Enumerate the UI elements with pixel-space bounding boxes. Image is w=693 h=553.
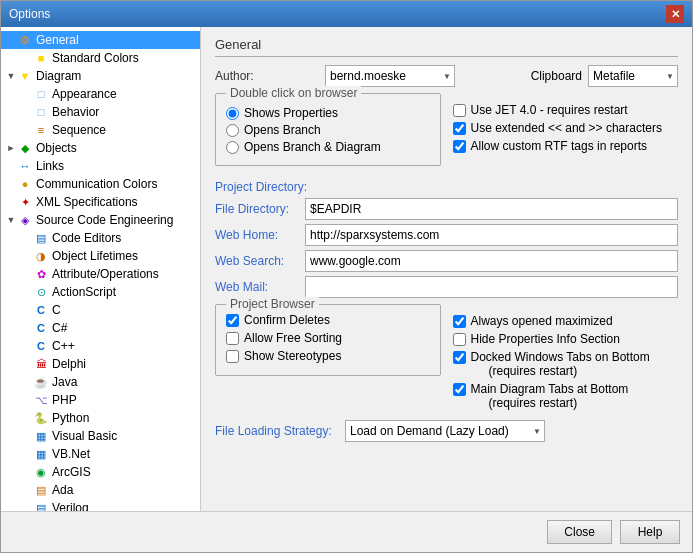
file-dir-row: File Directory:	[215, 198, 678, 220]
sidebar-label-attr-operations: Attribute/Operations	[52, 267, 159, 281]
sidebar-item-python[interactable]: 🐍 Python	[1, 409, 200, 427]
help-button[interactable]: Help	[620, 520, 680, 544]
confirm-deletes-checkbox[interactable]	[226, 314, 239, 327]
sidebar-label-verilog: Verilog	[52, 501, 89, 511]
icon-attr-operations: ✿	[33, 266, 49, 282]
sidebar-item-general[interactable]: ⚙ General	[1, 31, 200, 49]
tree-toggle-vbnet	[21, 448, 33, 460]
sidebar-item-objects[interactable]: ► ◆ Objects	[1, 139, 200, 157]
icon-java: ☕	[33, 374, 49, 390]
always-maximized-checkbox[interactable]	[453, 315, 466, 328]
sidebar-label-actionscript: ActionScript	[52, 285, 116, 299]
radio-branch-label: Opens Branch	[244, 123, 321, 137]
sidebar-item-sequence[interactable]: ≡ Sequence	[1, 121, 200, 139]
title-bar: Options ✕	[1, 1, 692, 27]
radio-shows-properties[interactable]	[226, 107, 239, 120]
tree-toggle-arcgis	[21, 466, 33, 478]
icon-cpp: C	[33, 338, 49, 354]
sidebar-item-links[interactable]: ↔ Links	[1, 157, 200, 175]
sidebar-item-vbnet[interactable]: ▦ VB.Net	[1, 445, 200, 463]
radio-opens-branch-diagram[interactable]	[226, 141, 239, 154]
double-click-group: Double click on browser Shows Properties…	[215, 93, 441, 166]
tree-toggle-ada	[21, 484, 33, 496]
icon-xml-specifications: ✦	[17, 194, 33, 210]
sidebar-item-visual-basic[interactable]: ▦ Visual Basic	[1, 427, 200, 445]
file-loading-label: File Loading Strategy:	[215, 424, 345, 438]
double-click-title: Double click on browser	[226, 86, 361, 100]
sidebar-label-diagram: Diagram	[36, 69, 81, 83]
sidebar-item-arcgis[interactable]: ◉ ArcGIS	[1, 463, 200, 481]
icon-appearance: □	[33, 86, 49, 102]
icon-php: ⌥	[33, 392, 49, 408]
sidebar-item-attr-operations[interactable]: ✿ Attribute/Operations	[1, 265, 200, 283]
icon-vbnet: ▦	[33, 446, 49, 462]
dialog-footer: Close Help	[1, 511, 692, 552]
sidebar-item-behavior[interactable]: □ Behavior	[1, 103, 200, 121]
double-click-col: Double click on browser Shows Properties…	[215, 93, 441, 174]
tree-toggle-appearance	[21, 88, 33, 100]
icon-communication-colors: ●	[17, 176, 33, 192]
tree-toggle-verilog	[21, 502, 33, 511]
sidebar-item-source-code[interactable]: ▼ ◈ Source Code Engineering	[1, 211, 200, 229]
tree-toggle-source-code: ▼	[5, 214, 17, 226]
sidebar-item-c[interactable]: C C	[1, 301, 200, 319]
free-sorting-checkbox[interactable]	[226, 332, 239, 345]
top-two-col: Double click on browser Shows Properties…	[215, 93, 678, 174]
project-browser-section: Project Browser Confirm Deletes Allow Fr…	[215, 304, 678, 414]
icon-arcgis: ◉	[33, 464, 49, 480]
clipboard-select[interactable]: Metafile Bitmap	[588, 65, 678, 87]
sidebar-item-object-lifetimes[interactable]: ◑ Object Lifetimes	[1, 247, 200, 265]
web-search-input[interactable]	[305, 250, 678, 272]
close-window-button[interactable]: ✕	[666, 5, 684, 23]
icon-standard-colors: ■	[33, 50, 49, 66]
tree-toggle-java	[21, 376, 33, 388]
sidebar-item-xml-specifications[interactable]: ✦ XML Specifications	[1, 193, 200, 211]
sidebar-item-diagram[interactable]: ▼ ▼ Diagram	[1, 67, 200, 85]
sidebar-item-standard-colors[interactable]: ■ Standard Colors	[1, 49, 200, 67]
radio-opens-branch[interactable]	[226, 124, 239, 137]
close-button[interactable]: Close	[547, 520, 612, 544]
sidebar-label-arcgis: ArcGIS	[52, 465, 91, 479]
sidebar-item-php[interactable]: ⌥ PHP	[1, 391, 200, 409]
tree-toggle-c	[21, 304, 33, 316]
use-extended-checkbox[interactable]	[453, 122, 466, 135]
tree-toggle-general	[5, 34, 17, 46]
main-diagram-checkbox[interactable]	[453, 383, 466, 396]
project-browser-group: Project Browser Confirm Deletes Allow Fr…	[215, 304, 441, 376]
sidebar-item-verilog[interactable]: ▤ Verilog	[1, 499, 200, 511]
icon-csharp: C	[33, 320, 49, 336]
web-home-input[interactable]	[305, 224, 678, 246]
sidebar-item-java[interactable]: ☕ Java	[1, 373, 200, 391]
use-jet-checkbox[interactable]	[453, 104, 466, 117]
icon-delphi: 🏛	[33, 356, 49, 372]
tree-toggle-csharp	[21, 322, 33, 334]
stereotypes-checkbox[interactable]	[226, 350, 239, 363]
web-search-row: Web Search:	[215, 250, 678, 272]
sidebar-label-code-editors: Code Editors	[52, 231, 121, 245]
docked-tabs-checkbox[interactable]	[453, 351, 466, 364]
web-mail-row: Web Mail:	[215, 276, 678, 298]
allow-rtf-row: Allow custom RTF tags in reports	[453, 139, 679, 153]
sidebar-item-communication-colors[interactable]: ● Communication Colors	[1, 175, 200, 193]
jet-options-col: Use JET 4.0 - requires restart Use exten…	[453, 93, 679, 174]
sidebar-item-ada[interactable]: ▤ Ada	[1, 481, 200, 499]
tree-toggle-communication-colors	[5, 178, 17, 190]
section-title: General	[215, 37, 678, 57]
web-mail-input[interactable]	[305, 276, 678, 298]
file-loading-select[interactable]: Load on Demand (Lazy Load) Load All Manu…	[345, 420, 545, 442]
sidebar-item-actionscript[interactable]: ⊙ ActionScript	[1, 283, 200, 301]
clipboard-label: Clipboard	[531, 69, 582, 83]
author-select-wrap: bernd.moeske	[325, 65, 455, 87]
author-select[interactable]: bernd.moeske	[325, 65, 455, 87]
sidebar-item-cpp[interactable]: C C++	[1, 337, 200, 355]
sidebar-item-delphi[interactable]: 🏛 Delphi	[1, 355, 200, 373]
allow-rtf-checkbox[interactable]	[453, 140, 466, 153]
project-dir-row: Project Directory:	[215, 180, 678, 194]
sidebar-item-csharp[interactable]: C C#	[1, 319, 200, 337]
icon-source-code: ◈	[17, 212, 33, 228]
hide-properties-checkbox[interactable]	[453, 333, 466, 346]
sidebar-item-code-editors[interactable]: ▤ Code Editors	[1, 229, 200, 247]
sidebar-item-appearance[interactable]: □ Appearance	[1, 85, 200, 103]
sidebar-label-appearance: Appearance	[52, 87, 117, 101]
file-dir-input[interactable]	[305, 198, 678, 220]
